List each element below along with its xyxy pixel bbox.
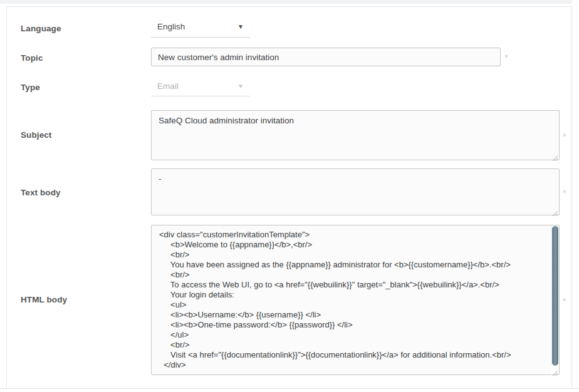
resize-handle-icon[interactable] <box>552 368 558 374</box>
subject-field: SafeQ Cloud administrator invitation <box>151 110 560 160</box>
required-asterisk: * <box>563 187 566 198</box>
required-asterisk: * <box>563 131 566 142</box>
topic-input[interactable] <box>151 48 501 66</box>
type-label: Type <box>21 83 40 92</box>
html-body-label: HTML body <box>21 295 67 304</box>
text-body-field: - <box>151 168 560 215</box>
bottom-divider <box>0 388 579 389</box>
required-asterisk: * <box>563 296 566 306</box>
subject-label: Subject <box>21 130 51 140</box>
html-body-field: <div class="customerInvitationTemplate">… <box>151 225 560 375</box>
dropdown-arrow-icon: ▼ <box>237 23 244 30</box>
language-label: Language <box>21 24 61 33</box>
topic-label: Topic <box>21 53 43 63</box>
html-body-textarea[interactable]: <div class="customerInvitationTemplate">… <box>151 225 560 375</box>
resize-handle-icon[interactable] <box>552 153 558 159</box>
text-body-textarea[interactable]: - <box>151 168 560 215</box>
resize-handle-icon[interactable] <box>552 208 558 214</box>
language-select-value: English <box>157 22 185 31</box>
type-select-value: Email <box>157 81 179 91</box>
language-select[interactable]: English ▼ <box>151 18 250 38</box>
form-panel: Language English ▼ Topic * Type Email ▼ … <box>6 6 572 388</box>
subject-textarea[interactable]: SafeQ Cloud administrator invitation <box>151 110 560 160</box>
dropdown-arrow-icon: ▼ <box>237 83 244 90</box>
type-select: Email ▼ <box>151 77 250 96</box>
scrollbar-thumb[interactable] <box>552 226 558 366</box>
text-body-label: Text body <box>21 188 61 197</box>
required-asterisk: * <box>504 52 508 63</box>
top-divider <box>0 0 572 4</box>
